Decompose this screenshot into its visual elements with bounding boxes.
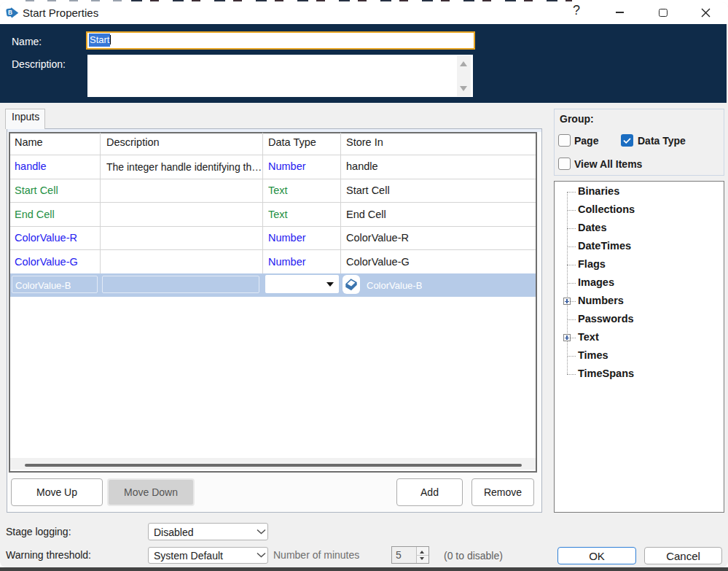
svg-text:B: B [8, 9, 12, 16]
